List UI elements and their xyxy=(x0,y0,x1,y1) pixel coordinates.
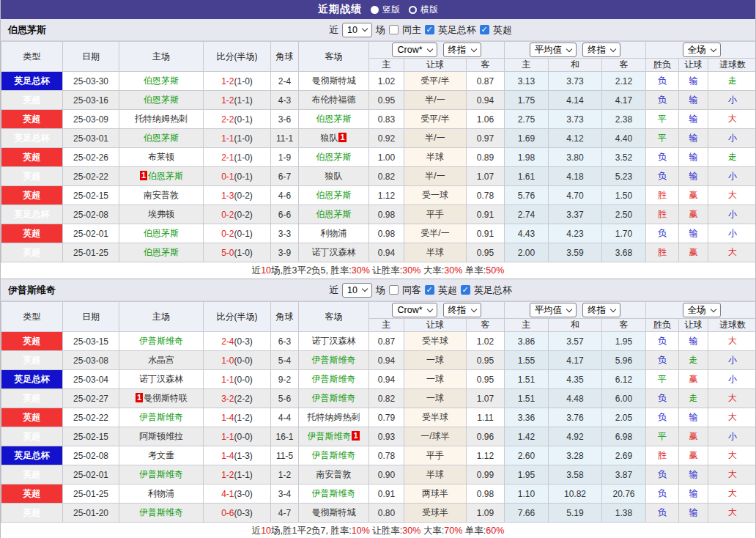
competition-badge: 英超 xyxy=(1,186,63,205)
odds-home-cell: 0.82 xyxy=(369,167,404,186)
corner-cell: 3-6 xyxy=(271,110,299,129)
fulltime-score: 5-0 xyxy=(221,248,234,258)
match-date: 25-02-22 xyxy=(63,408,119,427)
team-block-bournemouth: 伯恩茅斯 近 10 场 同主 英足总杯 英超 类型 日期 主场 xyxy=(1,19,755,279)
bookmaker-select[interactable]: Crow* xyxy=(392,303,437,317)
competition-checkbox-2[interactable] xyxy=(480,25,489,34)
summary-segment: 大率: xyxy=(420,265,444,276)
radio-filled-icon[interactable] xyxy=(371,6,379,14)
away-team-cell: 利物浦 xyxy=(299,224,369,243)
odds-home-cell: 1.00 xyxy=(369,148,404,167)
average-time-select[interactable]: 终指 xyxy=(582,43,620,57)
corner-cell: 6-7 xyxy=(271,167,299,186)
odds-time-select[interactable]: 终指 xyxy=(443,43,481,57)
odds-home-cell: 0.94 xyxy=(369,351,404,370)
score-cell: 1-1(1-0) xyxy=(204,129,271,148)
col-header-date: 日期 xyxy=(63,42,119,72)
away-team-cell: 南安普敦 xyxy=(299,465,369,484)
summary-line: 近10场,胜1平2负7, 胜率:10% 让胜率:30% 大率:70% 单率:60… xyxy=(1,523,755,538)
odds-away-cell: 0.97 xyxy=(467,129,505,148)
match-date: 25-02-01 xyxy=(63,224,119,243)
competition-badge: 英超 xyxy=(1,408,63,427)
competition-badge: 英超 xyxy=(1,148,63,167)
handicap-cell: 半/一 xyxy=(404,167,467,186)
sub-header: 主 xyxy=(505,319,549,332)
average-time-select[interactable]: 终指 xyxy=(582,303,620,317)
result-handicap-cell: 输 xyxy=(679,484,708,504)
avg-home-cell: 2.74 xyxy=(505,205,549,224)
score-cell: 5-0(1-0) xyxy=(204,243,271,262)
team-name-text: 伊普斯维奇 xyxy=(312,450,356,460)
odds-home-cell: 0.87 xyxy=(369,332,404,351)
home-team-cell: 阿斯顿维拉 xyxy=(119,427,204,446)
odds-away-cell: 0.87 xyxy=(467,72,505,91)
results-table: 类型 日期 主场 比分(半场) 角球 客场 Crow* 终指 平均值 xyxy=(1,301,756,523)
summary-segment: 10 xyxy=(261,265,271,276)
avg-away-cell: 20.76 xyxy=(602,484,646,504)
layout-option-horizontal[interactable]: 横版 xyxy=(409,4,438,16)
competition-badge: 英超 xyxy=(1,110,63,129)
home-team-cell: 伯恩茅斯 xyxy=(119,243,204,262)
same-venue-checkbox[interactable] xyxy=(389,285,399,295)
result-wdl-cell: 负 xyxy=(646,351,679,370)
col-header-date: 日期 xyxy=(63,302,119,332)
recent-count-select[interactable]: 10 xyxy=(342,283,372,298)
average-select[interactable]: 平均值 xyxy=(530,43,577,57)
result-handicap-cell: 输 xyxy=(679,504,708,523)
matches-label: 场 xyxy=(375,23,386,37)
chevron-down-icon xyxy=(426,306,432,312)
result-goals-cell: 小 xyxy=(708,205,756,224)
away-team-cell: 伊普斯维奇 xyxy=(299,389,369,408)
radio-ring-icon[interactable] xyxy=(409,6,417,14)
competition-label-2: 英超 xyxy=(492,23,513,37)
match-date: 25-02-08 xyxy=(63,446,119,465)
odds-home-cell: 0.98 xyxy=(369,205,404,224)
result-wdl-cell: 负 xyxy=(646,148,679,167)
results-tbody: 英超25-03-15伊普斯维奇2-4(0-3)6-3诺丁汉森林0.87受半球1.… xyxy=(1,332,756,523)
avg-away-cell: 3.87 xyxy=(602,465,646,484)
team-name-text: 伊普斯维奇 xyxy=(312,393,356,403)
result-wdl-cell: 平 xyxy=(646,129,679,148)
sub-header: 让球 xyxy=(679,59,708,72)
full-match-select[interactable]: 全场 xyxy=(683,43,721,57)
average-select[interactable]: 平均值 xyxy=(530,303,577,317)
result-wdl-cell: 负 xyxy=(646,167,679,186)
bookmaker-select[interactable]: Crow* xyxy=(392,43,437,57)
radio-label: 横版 xyxy=(420,4,438,16)
team-name-text: 伯恩茅斯 xyxy=(144,75,179,86)
summary-segment: 近 xyxy=(252,265,262,276)
odds-time-select[interactable]: 终指 xyxy=(443,303,481,317)
result-handicap-cell: 赢 xyxy=(679,186,708,205)
fulltime-score: 1-1 xyxy=(221,133,234,144)
same-venue-checkbox[interactable] xyxy=(389,25,399,34)
team-name-text: 伊普斯维奇 xyxy=(139,336,183,346)
team-name-text: 曼彻斯特城 xyxy=(312,507,356,517)
avg-home-cell: 3.36 xyxy=(505,408,549,427)
competition-checkbox-1[interactable] xyxy=(425,285,434,295)
chevron-down-icon xyxy=(470,45,476,51)
layout-option-vertical[interactable]: 竖版 xyxy=(371,4,400,16)
team-bar: 伊普斯维奇 近 10 场 同客 英超 英足总杯 xyxy=(1,279,755,301)
result-wdl-cell: 负 xyxy=(646,484,679,504)
competition-badge: 英超 xyxy=(1,91,63,110)
away-team-cell: 伊普斯维奇 xyxy=(299,370,369,389)
full-match-select[interactable]: 全场 xyxy=(683,303,721,317)
handicap-cell: 半球 xyxy=(404,243,467,262)
home-team-cell: 托特纳姆热刺 xyxy=(119,110,204,129)
avg-away-cell: 6.12 xyxy=(602,370,646,389)
match-date: 25-03-01 xyxy=(63,129,119,148)
col-header-away: 客场 xyxy=(299,42,369,72)
team-block-ipswich: 伊普斯维奇 近 10 场 同客 英超 英足总杯 类型 日期 主场 xyxy=(1,279,755,538)
recent-count-select[interactable]: 10 xyxy=(342,23,372,37)
result-wdl-cell: 胜 xyxy=(646,243,679,262)
team-name-text: 伯恩茅斯 xyxy=(148,171,183,181)
competition-checkbox-1[interactable] xyxy=(425,25,434,34)
score-cell: 4-1(3-0) xyxy=(204,484,271,504)
fulltime-score: 2-1 xyxy=(221,152,234,163)
match-date: 25-02-15 xyxy=(63,427,119,446)
chevron-down-icon xyxy=(362,26,368,32)
competition-checkbox-2[interactable] xyxy=(461,285,470,295)
result-handicap-cell: 赢 xyxy=(679,243,708,262)
fulltime-score: 1-2 xyxy=(221,76,234,86)
score-cell: 3-2(2-2) xyxy=(204,389,271,408)
